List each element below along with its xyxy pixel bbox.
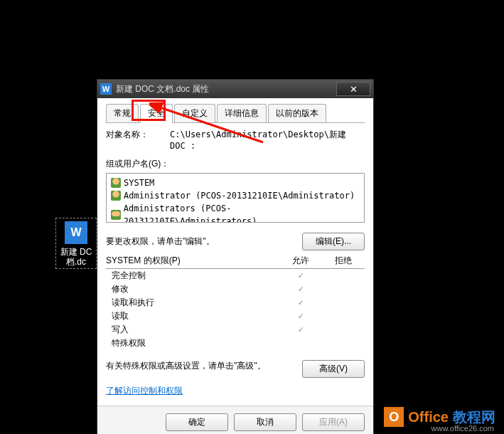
object-name-row: 对象名称： C:\Users\Administrator\Desktop\新建 … (106, 129, 365, 151)
tab-general[interactable]: 常规 (106, 104, 139, 122)
edit-button[interactable]: 编辑(E)... (302, 233, 365, 250)
list-item[interactable]: Administrator (PCOS-20131210IE\Administr… (111, 189, 360, 202)
cancel-button[interactable]: 取消 (234, 413, 296, 431)
users-icon (111, 210, 121, 220)
titlebar[interactable]: W 新建 DOC 文档.doc 属性 ✕ (97, 80, 373, 98)
user-icon (111, 191, 121, 201)
permission-row: 写入✓ (106, 323, 365, 337)
permissions-list: 完全控制✓修改✓读取和执行✓读取✓写入✓特殊权限 (106, 269, 365, 350)
user-icon (111, 178, 121, 188)
tab-details[interactable]: 详细信息 (217, 104, 267, 122)
object-name-label: 对象名称： (106, 129, 170, 151)
perm-deny-header: 拒绝 (322, 255, 365, 267)
ok-button[interactable]: 确定 (166, 413, 228, 431)
tab-strip: 常规 安全 自定义 详细信息 以前的版本 (106, 104, 365, 123)
properties-dialog: W 新建 DOC 文档.doc 属性 ✕ 常规 安全 自定义 详细信息 以前的版… (97, 79, 374, 434)
advanced-hint: 有关特殊权限或高级设置，请单击"高级"。 (106, 360, 302, 372)
dialog-title: 新建 DOC 文档.doc 属性 (116, 83, 336, 95)
perm-allow-header: 允许 (279, 255, 322, 267)
advanced-button[interactable]: 高级(V) (302, 360, 365, 378)
object-name-value: C:\Users\Administrator\Desktop\新建 DOC : (170, 129, 365, 151)
desktop-file[interactable]: W 新建 DC 档.dc (55, 218, 97, 269)
learn-link[interactable]: 了解访问控制和权限 (106, 385, 183, 397)
desktop-file-label: 新建 DC 档.dc (58, 247, 95, 267)
office-logo-icon: O (384, 407, 404, 427)
perm-header-label: SYSTEM 的权限(P) (106, 255, 279, 267)
apply-button[interactable]: 应用(A) (302, 413, 365, 431)
permissions-header: SYSTEM 的权限(P) 允许 拒绝 (106, 255, 365, 269)
group-users-label: 组或用户名(G)： (106, 158, 365, 170)
list-item[interactable]: SYSTEM (111, 176, 360, 189)
close-button[interactable]: ✕ (336, 82, 370, 96)
permission-row: 特殊权限 (106, 337, 365, 350)
wps-doc-icon: W (65, 221, 87, 244)
edit-hint: 要更改权限，请单击"编辑"。 (106, 235, 302, 248)
tab-security[interactable]: 安全 (140, 104, 173, 123)
tab-previous[interactable]: 以前的版本 (268, 104, 326, 122)
watermark-url: www.office26.com (431, 424, 494, 433)
users-listbox[interactable]: SYSTEM Administrator (PCOS-20131210IE\Ad… (106, 173, 365, 223)
permission-row: 读取✓ (106, 309, 365, 323)
dialog-footer: 确定 取消 应用(A) (97, 406, 373, 434)
list-item[interactable]: Administrators (PCOS-20131210IE\Administ… (111, 202, 360, 223)
permission-row: 修改✓ (106, 282, 365, 296)
tab-custom[interactable]: 自定义 (174, 104, 215, 122)
permission-row: 读取和执行✓ (106, 296, 365, 309)
app-icon: W (100, 83, 112, 95)
permission-row: 完全控制✓ (106, 269, 365, 282)
